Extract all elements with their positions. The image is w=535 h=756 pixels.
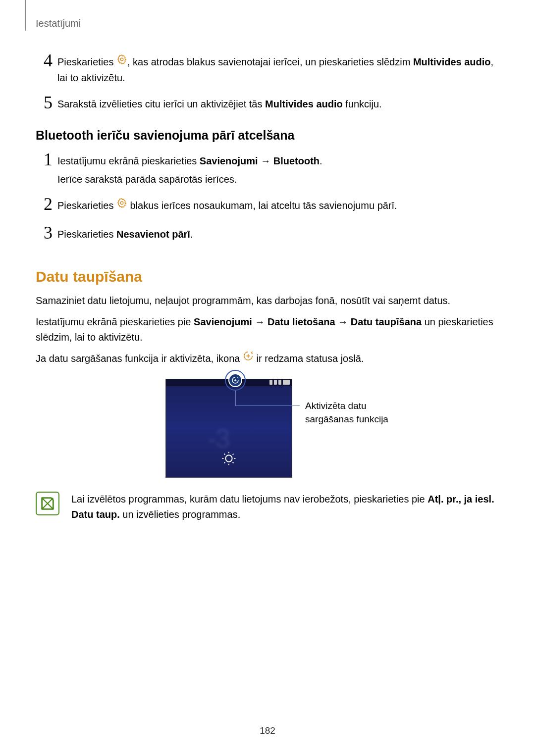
step-number: 1 bbox=[36, 151, 53, 168]
step-body: Sarakstā izvēlieties citu ierīci un akti… bbox=[57, 97, 499, 112]
sub-heading: Bluetooth ierīču savienojuma pārī atcelš… bbox=[36, 128, 499, 143]
svg-point-2 bbox=[225, 455, 232, 462]
step-number: 5 bbox=[36, 94, 53, 111]
text: Sarakstā izvēlieties citu ierīci un akti… bbox=[57, 99, 265, 109]
text: . bbox=[320, 155, 322, 166]
sun-icon bbox=[221, 451, 237, 468]
arrow: → bbox=[252, 316, 268, 327]
page-number: 182 bbox=[0, 725, 535, 736]
text-bold: Multivides audio bbox=[265, 99, 343, 109]
step-body: Pieskarieties Nesavienot pārī. bbox=[57, 227, 499, 242]
text: blakus ierīces nosaukumam, lai atceltu t… bbox=[127, 200, 397, 211]
text: un izvēlieties programmas. bbox=[120, 509, 240, 520]
step-body: Pieskarieties blakus ierīces nosaukumam,… bbox=[57, 198, 499, 214]
step-b3: 3 Pieskarieties Nesavienot pārī. bbox=[36, 227, 499, 245]
text: . bbox=[190, 229, 193, 240]
text: Pieskarieties bbox=[57, 56, 116, 67]
step-body: Iestatījumu ekrānā pieskarieties Savieno… bbox=[57, 153, 499, 187]
arrow: → bbox=[258, 155, 273, 166]
figure-area: -3 Aktivizēta datu sargāšanas funkcija bbox=[165, 379, 499, 478]
text-bold: Savienojumi bbox=[194, 316, 252, 327]
section-title: Datu taupīšana bbox=[36, 268, 499, 285]
arrow: → bbox=[335, 316, 351, 327]
step-number: 3 bbox=[36, 224, 53, 242]
text-bold: Nesavienot pārī bbox=[116, 229, 190, 240]
step-4: 4 Pieskarieties , kas atrodas blakus sav… bbox=[36, 54, 499, 86]
content-area: 4 Pieskarieties , kas atrodas blakus sav… bbox=[36, 54, 499, 522]
text: Ja datu sargāšanas funkcija ir aktivizēt… bbox=[36, 353, 243, 364]
note-text: Lai izvēlētos programmas, kurām datu lie… bbox=[71, 492, 499, 522]
callout-line bbox=[235, 391, 236, 405]
status-icon bbox=[274, 380, 277, 385]
gear-icon bbox=[116, 54, 127, 69]
text-bold: Multivides audio bbox=[413, 56, 491, 67]
phone-screenshot: -3 bbox=[165, 379, 292, 478]
brightness-value: -3 bbox=[208, 423, 229, 454]
text: funkciju. bbox=[343, 99, 382, 109]
text: Pieskarieties bbox=[57, 200, 116, 211]
text: Iestatījumu ekrānā pieskarieties bbox=[57, 155, 200, 166]
text: Lai izvēlētos programmas, kurām datu lie… bbox=[71, 494, 428, 504]
text: , kas atrodas blakus savienotajai ierīce… bbox=[127, 56, 413, 67]
text-bold: Datu taupīšana bbox=[351, 316, 422, 327]
note-box: Lai izvēlētos programmas, kurām datu lie… bbox=[36, 492, 499, 522]
svg-point-0 bbox=[120, 58, 123, 61]
sub-text: Ierīce sarakstā parāda sapārotās ierīces… bbox=[57, 172, 499, 187]
status-icon bbox=[278, 380, 281, 385]
step-number: 4 bbox=[36, 51, 53, 69]
step-body: Pieskarieties , kas atrodas blakus savie… bbox=[57, 54, 499, 86]
status-icons bbox=[269, 380, 290, 385]
para3: Ja datu sargāšanas funkcija ir aktivizēt… bbox=[36, 351, 499, 367]
page-header: Iestatījumi bbox=[36, 18, 81, 29]
callout-label: Aktivizēta datu sargāšanas funkcija bbox=[305, 400, 414, 426]
text: Pieskarieties bbox=[57, 229, 116, 240]
text: Iestatījumu ekrānā pieskarieties pie bbox=[36, 316, 194, 327]
status-icon bbox=[283, 380, 290, 385]
gear-icon bbox=[116, 198, 127, 213]
callout-line bbox=[235, 405, 300, 406]
text-bold: Datu lietošana bbox=[268, 316, 335, 327]
note-icon bbox=[36, 492, 59, 515]
text-bold: Bluetooth bbox=[273, 155, 320, 166]
svg-point-1 bbox=[120, 202, 123, 205]
step-b2: 2 Pieskarieties blakus ierīces nosaukuma… bbox=[36, 198, 499, 216]
status-icon bbox=[269, 380, 272, 385]
step-5: 5 Sarakstā izvēlieties citu ierīci un ak… bbox=[36, 97, 499, 114]
step-number: 2 bbox=[36, 195, 53, 213]
step-b1: 1 Iestatījumu ekrānā pieskarieties Savie… bbox=[36, 153, 499, 187]
header-rule bbox=[25, 0, 26, 31]
datasaver-icon bbox=[243, 351, 254, 366]
text-bold: Savienojumi bbox=[200, 155, 258, 166]
text: ir redzama statusa joslā. bbox=[254, 353, 364, 364]
para1: Samaziniet datu lietojumu, neļaujot prog… bbox=[36, 293, 499, 308]
para2: Iestatījumu ekrānā pieskarieties pie Sav… bbox=[36, 314, 499, 345]
